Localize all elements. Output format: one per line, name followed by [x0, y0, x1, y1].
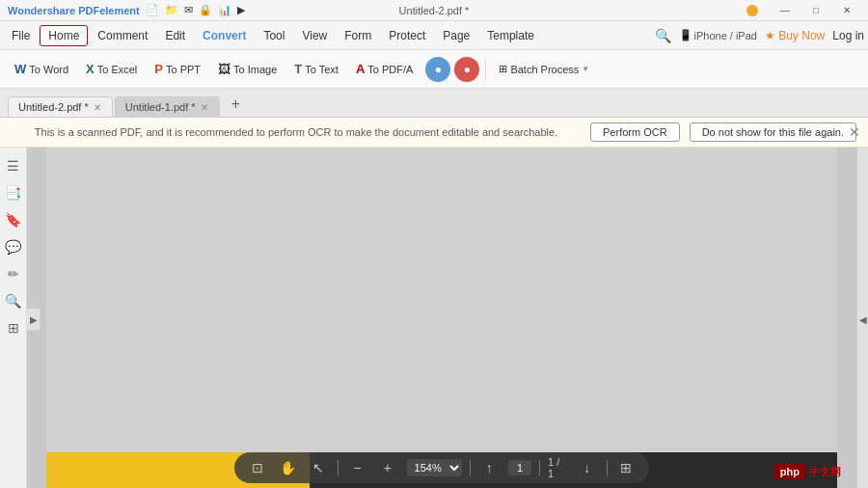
device-selector[interactable]: 📱 iPhone / iPad	[679, 29, 757, 41]
page-input[interactable]	[508, 460, 531, 475]
batch-icon: ⊞	[499, 63, 507, 75]
file-icon: 📄	[146, 4, 159, 16]
email-icon[interactable]: ✉	[184, 4, 193, 16]
batch-process-button[interactable]: ⊞ Batch Process ▼	[492, 59, 596, 79]
left-panel-toggle[interactable]: ▶	[27, 308, 41, 331]
minimize-dot[interactable]	[746, 5, 758, 16]
do-not-show-button[interactable]: Do not show for this file again.	[690, 122, 856, 142]
ocr-message: This is a scanned PDF, and it is recomme…	[12, 126, 581, 138]
maximize-button[interactable]: □	[802, 2, 829, 19]
toolbar-divider4	[607, 460, 608, 475]
tab-label: Untitled-2.pdf *	[18, 101, 89, 113]
total-pages: 1 / 1	[548, 456, 568, 479]
pdf-page	[46, 148, 837, 488]
left-sidebar: ☰ 📑 🔖 💬 ✏ 🔍 ⊞	[0, 148, 27, 488]
menu-file[interactable]: File	[4, 26, 38, 45]
zoom-select[interactable]: 50% 75% 100% 125% 150% 154% 200%	[407, 459, 462, 476]
ocr-close-button[interactable]: ✕	[849, 124, 860, 140]
pdfa-icon: A	[356, 62, 365, 76]
ocr-banner: This is a scanned PDF, and it is recomme…	[0, 118, 868, 148]
text-icon: T	[294, 62, 302, 76]
sidebar-thumbnails-icon[interactable]: 📑	[3, 182, 24, 203]
menubar-right: 🔍 📱 iPhone / iPad ★ Buy Now Log in	[655, 28, 865, 43]
cn-text: 中文网	[809, 465, 841, 479]
sidebar-pages-icon[interactable]: ☰	[3, 155, 24, 176]
menu-convert[interactable]: Convert	[195, 26, 254, 45]
sidebar-search-icon[interactable]: 🔍	[3, 290, 24, 312]
menu-page[interactable]: Page	[435, 26, 477, 45]
to-excel-button[interactable]: X To Excel	[79, 58, 144, 80]
to-pdfa-button[interactable]: A To PDF/A	[349, 58, 420, 80]
tab-close-untitled2[interactable]: ✕	[93, 102, 102, 113]
tab-close-untitled1[interactable]: ✕	[200, 102, 209, 113]
main-area: ☰ 📑 🔖 💬 ✏ 🔍 ⊞ ▶ ⊡ ✋ ↖ − + 50% 75%	[0, 148, 868, 488]
title-center: Untitled-2.pdf *	[399, 5, 470, 16]
toolbar: W To Word X To Excel P To PPT 🖼 To Image…	[0, 50, 868, 89]
titlebar-left: Wondershare PDFelement 📄 📁 ✉ 🔒 📊 ▶	[8, 4, 245, 16]
to-ppt-button[interactable]: P To PPT	[148, 58, 207, 80]
new-icon[interactable]: 📁	[165, 4, 178, 16]
menu-template[interactable]: Template	[479, 26, 542, 45]
zoom-in-button[interactable]: +	[376, 456, 399, 479]
play-icon[interactable]: ▶	[237, 4, 245, 16]
prev-page-button[interactable]: ↑	[478, 456, 502, 479]
menu-home[interactable]: Home	[40, 25, 88, 46]
app-logo: Wondershare PDFelement	[8, 5, 140, 16]
menu-edit[interactable]: Edit	[157, 26, 193, 45]
login-button[interactable]: Log in	[832, 29, 864, 42]
menu-comment[interactable]: Comment	[90, 26, 155, 45]
sidebar-layers-icon[interactable]: ⊞	[3, 317, 24, 339]
php-badge: php	[774, 464, 805, 479]
zoom-out-button[interactable]: −	[346, 456, 369, 479]
ppt-icon: P	[154, 62, 163, 76]
menu-view[interactable]: View	[294, 26, 335, 45]
tab-label2: Untitled-1.pdf *	[125, 101, 196, 113]
titlebar: Wondershare PDFelement 📄 📁 ✉ 🔒 📊 ▶ Untit…	[0, 0, 868, 21]
tabbar: Untitled-2.pdf * ✕ Untitled-1.pdf * ✕ +	[0, 89, 868, 118]
tab-untitled2[interactable]: Untitled-2.pdf * ✕	[8, 96, 113, 117]
device-icon: 📱	[679, 29, 692, 41]
excel-icon: X	[86, 62, 95, 76]
fit-width-button[interactable]: ⊞	[615, 456, 638, 479]
chart-icon[interactable]: 📊	[218, 4, 231, 16]
tab-add-button[interactable]: +	[226, 94, 247, 115]
right-panel-toggle[interactable]: ◀	[856, 148, 868, 488]
circle-icon: ●	[435, 63, 442, 76]
chevron-down-icon: ▼	[582, 65, 589, 73]
select-tool-button[interactable]: ↖	[307, 456, 330, 479]
red-circle-button[interactable]: ●	[454, 57, 479, 82]
to-image-button[interactable]: 🖼 To Image	[211, 58, 284, 80]
titlebar-controls: — □ ✕	[746, 2, 860, 19]
window-title: Untitled-2.pdf *	[399, 5, 470, 16]
sidebar-comments-icon[interactable]: 💬	[3, 236, 24, 258]
perform-ocr-button[interactable]: Perform OCR	[590, 122, 680, 142]
to-word-button[interactable]: W To Word	[8, 58, 75, 80]
to-text-button[interactable]: T To Text	[287, 58, 345, 80]
color-circle-button[interactable]: ●	[425, 57, 450, 82]
toolbar-divider2	[470, 460, 471, 475]
toolbar-divider	[485, 58, 486, 81]
toolbar-divider3	[539, 460, 540, 475]
word-icon: W	[14, 62, 26, 76]
hand-tool-button[interactable]: ✋	[277, 456, 300, 479]
fit-page-button[interactable]: ⊡	[246, 456, 269, 479]
red-icon: ●	[464, 63, 471, 76]
minimize-button[interactable]: —	[772, 2, 799, 19]
tab-untitled1[interactable]: Untitled-1.pdf * ✕	[115, 96, 220, 117]
buy-now-button[interactable]: ★ Buy Now	[765, 29, 825, 42]
toolbar-divider1	[338, 460, 339, 475]
watermark: php 中文网	[774, 464, 841, 479]
sidebar-pen-icon[interactable]: ✏	[3, 263, 24, 285]
image-icon: 🖼	[218, 62, 231, 76]
menubar: File Home Comment Edit Convert Tool View…	[0, 21, 868, 50]
menu-form[interactable]: Form	[337, 26, 379, 45]
close-button[interactable]: ✕	[833, 2, 860, 19]
bottom-toolbar: ⊡ ✋ ↖ − + 50% 75% 100% 125% 150% 154% 20…	[234, 452, 649, 483]
menu-protect[interactable]: Protect	[381, 26, 433, 45]
lock-icon[interactable]: 🔒	[199, 4, 212, 16]
menu-tool[interactable]: Tool	[256, 26, 292, 45]
sidebar-bookmarks-icon[interactable]: 🔖	[3, 209, 24, 230]
search-icon[interactable]: 🔍	[655, 28, 671, 43]
next-page-button[interactable]: ↓	[576, 456, 599, 479]
pdf-area[interactable]: ⊡ ✋ ↖ − + 50% 75% 100% 125% 150% 154% 20…	[27, 148, 856, 488]
